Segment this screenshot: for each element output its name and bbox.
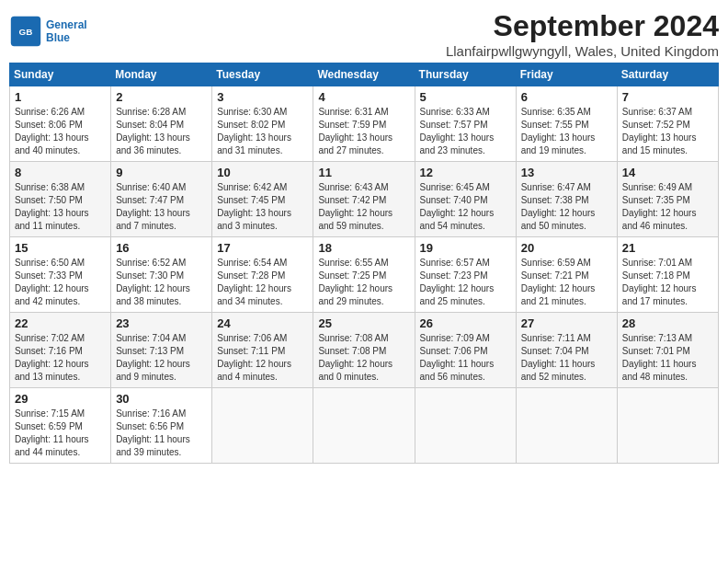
day-cell [415, 388, 516, 464]
day-info: Sunrise: 6:57 AM Sunset: 7:23 PM Dayligh… [420, 257, 511, 308]
day-number: 3 [217, 90, 308, 104]
day-info: Sunrise: 6:50 AM Sunset: 7:33 PM Dayligh… [15, 257, 106, 308]
day-number: 21 [622, 241, 713, 255]
header-day-tuesday: Tuesday [212, 63, 313, 86]
header-day-thursday: Thursday [415, 63, 516, 86]
week-row-3: 15Sunrise: 6:50 AM Sunset: 7:33 PM Dayli… [10, 237, 719, 313]
day-number: 17 [217, 241, 308, 255]
day-info: Sunrise: 6:35 AM Sunset: 7:55 PM Dayligh… [521, 106, 612, 157]
day-cell: 22Sunrise: 7:02 AM Sunset: 7:16 PM Dayli… [10, 313, 111, 388]
day-number: 6 [521, 90, 612, 104]
day-cell: 21Sunrise: 7:01 AM Sunset: 7:18 PM Dayli… [617, 237, 718, 313]
day-cell: 5Sunrise: 6:33 AM Sunset: 7:57 PM Daylig… [415, 86, 516, 162]
day-cell: 4Sunrise: 6:31 AM Sunset: 7:59 PM Daylig… [313, 86, 415, 162]
day-info: Sunrise: 6:54 AM Sunset: 7:28 PM Dayligh… [217, 257, 308, 308]
day-cell [313, 388, 415, 464]
day-cell: 3Sunrise: 6:30 AM Sunset: 8:02 PM Daylig… [212, 86, 313, 162]
day-number: 5 [420, 90, 511, 104]
day-number: 9 [116, 166, 207, 179]
day-info: Sunrise: 6:47 AM Sunset: 7:38 PM Dayligh… [521, 181, 612, 233]
day-cell: 26Sunrise: 7:09 AM Sunset: 7:06 PM Dayli… [415, 313, 516, 388]
logo-icon: GB [9, 15, 42, 48]
day-info: Sunrise: 7:15 AM Sunset: 6:59 PM Dayligh… [15, 408, 106, 459]
day-cell: 7Sunrise: 6:37 AM Sunset: 7:52 PM Daylig… [617, 86, 718, 162]
day-cell [516, 388, 617, 464]
day-number: 1 [15, 90, 106, 104]
day-number: 12 [420, 166, 511, 179]
logo-text: General Blue [46, 18, 87, 44]
day-info: Sunrise: 7:08 AM Sunset: 7:08 PM Dayligh… [318, 332, 409, 384]
day-cell: 30Sunrise: 7:16 AM Sunset: 6:56 PM Dayli… [111, 388, 212, 464]
day-cell: 11Sunrise: 6:43 AM Sunset: 7:42 PM Dayli… [313, 162, 415, 237]
day-info: Sunrise: 7:06 AM Sunset: 7:11 PM Dayligh… [217, 332, 308, 384]
day-cell: 14Sunrise: 6:49 AM Sunset: 7:35 PM Dayli… [617, 162, 718, 237]
week-row-2: 8Sunrise: 6:38 AM Sunset: 7:50 PM Daylig… [10, 162, 719, 237]
day-number: 19 [420, 241, 511, 255]
header-day-friday: Friday [516, 63, 617, 86]
day-number: 27 [521, 316, 612, 330]
day-info: Sunrise: 6:30 AM Sunset: 8:02 PM Dayligh… [217, 106, 308, 157]
day-number: 29 [15, 392, 106, 406]
day-cell: 23Sunrise: 7:04 AM Sunset: 7:13 PM Dayli… [111, 313, 212, 388]
day-info: Sunrise: 6:55 AM Sunset: 7:25 PM Dayligh… [318, 257, 409, 308]
day-cell: 13Sunrise: 6:47 AM Sunset: 7:38 PM Dayli… [516, 162, 617, 237]
day-info: Sunrise: 6:42 AM Sunset: 7:45 PM Dayligh… [217, 181, 308, 233]
header: GB General Blue September 2024 Llanfairp… [9, 9, 719, 59]
day-cell: 20Sunrise: 6:59 AM Sunset: 7:21 PM Dayli… [516, 237, 617, 313]
day-info: Sunrise: 6:45 AM Sunset: 7:40 PM Dayligh… [420, 181, 511, 233]
day-number: 25 [318, 316, 409, 330]
calendar-body: 1Sunrise: 6:26 AM Sunset: 8:06 PM Daylig… [10, 86, 719, 464]
header-day-wednesday: Wednesday [313, 63, 415, 86]
week-row-1: 1Sunrise: 6:26 AM Sunset: 8:06 PM Daylig… [10, 86, 719, 162]
day-info: Sunrise: 6:43 AM Sunset: 7:42 PM Dayligh… [318, 181, 409, 233]
day-info: Sunrise: 6:52 AM Sunset: 7:30 PM Dayligh… [116, 257, 207, 308]
day-cell: 12Sunrise: 6:45 AM Sunset: 7:40 PM Dayli… [415, 162, 516, 237]
day-cell: 29Sunrise: 7:15 AM Sunset: 6:59 PM Dayli… [10, 388, 111, 464]
title-block: September 2024 Llanfairpwllgwyngyll, Wal… [446, 9, 719, 59]
day-info: Sunrise: 6:40 AM Sunset: 7:47 PM Dayligh… [116, 181, 207, 233]
week-row-5: 29Sunrise: 7:15 AM Sunset: 6:59 PM Dayli… [10, 388, 719, 464]
day-cell: 10Sunrise: 6:42 AM Sunset: 7:45 PM Dayli… [212, 162, 313, 237]
day-info: Sunrise: 6:31 AM Sunset: 7:59 PM Dayligh… [318, 106, 409, 157]
calendar-header: SundayMondayTuesdayWednesdayThursdayFrid… [10, 63, 719, 86]
day-info: Sunrise: 6:37 AM Sunset: 7:52 PM Dayligh… [622, 106, 713, 157]
day-info: Sunrise: 7:04 AM Sunset: 7:13 PM Dayligh… [116, 332, 207, 384]
day-info: Sunrise: 6:26 AM Sunset: 8:06 PM Dayligh… [15, 106, 106, 157]
day-number: 2 [116, 90, 207, 104]
day-number: 15 [15, 241, 106, 255]
day-number: 26 [420, 316, 511, 330]
day-info: Sunrise: 6:38 AM Sunset: 7:50 PM Dayligh… [15, 181, 106, 233]
day-info: Sunrise: 7:09 AM Sunset: 7:06 PM Dayligh… [420, 332, 511, 384]
day-number: 23 [116, 316, 207, 330]
day-number: 28 [622, 316, 713, 330]
header-day-saturday: Saturday [617, 63, 718, 86]
day-cell: 25Sunrise: 7:08 AM Sunset: 7:08 PM Dayli… [313, 313, 415, 388]
header-day-sunday: Sunday [10, 63, 111, 86]
day-cell: 1Sunrise: 6:26 AM Sunset: 8:06 PM Daylig… [10, 86, 111, 162]
day-cell: 17Sunrise: 6:54 AM Sunset: 7:28 PM Dayli… [212, 237, 313, 313]
day-number: 10 [217, 166, 308, 179]
day-cell: 16Sunrise: 6:52 AM Sunset: 7:30 PM Dayli… [111, 237, 212, 313]
day-cell: 18Sunrise: 6:55 AM Sunset: 7:25 PM Dayli… [313, 237, 415, 313]
day-info: Sunrise: 6:59 AM Sunset: 7:21 PM Dayligh… [521, 257, 612, 308]
day-number: 8 [15, 166, 106, 179]
day-cell: 9Sunrise: 6:40 AM Sunset: 7:47 PM Daylig… [111, 162, 212, 237]
day-number: 18 [318, 241, 409, 255]
day-number: 30 [116, 392, 207, 406]
day-cell: 19Sunrise: 6:57 AM Sunset: 7:23 PM Dayli… [415, 237, 516, 313]
day-number: 13 [521, 166, 612, 179]
day-cell [212, 388, 313, 464]
day-info: Sunrise: 6:49 AM Sunset: 7:35 PM Dayligh… [622, 181, 713, 233]
day-info: Sunrise: 7:02 AM Sunset: 7:16 PM Dayligh… [15, 332, 106, 384]
header-day-monday: Monday [111, 63, 212, 86]
day-info: Sunrise: 7:01 AM Sunset: 7:18 PM Dayligh… [622, 257, 713, 308]
location: Llanfairpwllgwyngyll, Wales, United King… [446, 43, 719, 59]
day-info: Sunrise: 6:33 AM Sunset: 7:57 PM Dayligh… [420, 106, 511, 157]
day-info: Sunrise: 6:28 AM Sunset: 8:04 PM Dayligh… [116, 106, 207, 157]
week-row-4: 22Sunrise: 7:02 AM Sunset: 7:16 PM Dayli… [10, 313, 719, 388]
day-number: 16 [116, 241, 207, 255]
month-title: September 2024 [446, 9, 719, 43]
day-cell: 27Sunrise: 7:11 AM Sunset: 7:04 PM Dayli… [516, 313, 617, 388]
day-info: Sunrise: 7:16 AM Sunset: 6:56 PM Dayligh… [116, 408, 207, 459]
day-cell: 15Sunrise: 6:50 AM Sunset: 7:33 PM Dayli… [10, 237, 111, 313]
